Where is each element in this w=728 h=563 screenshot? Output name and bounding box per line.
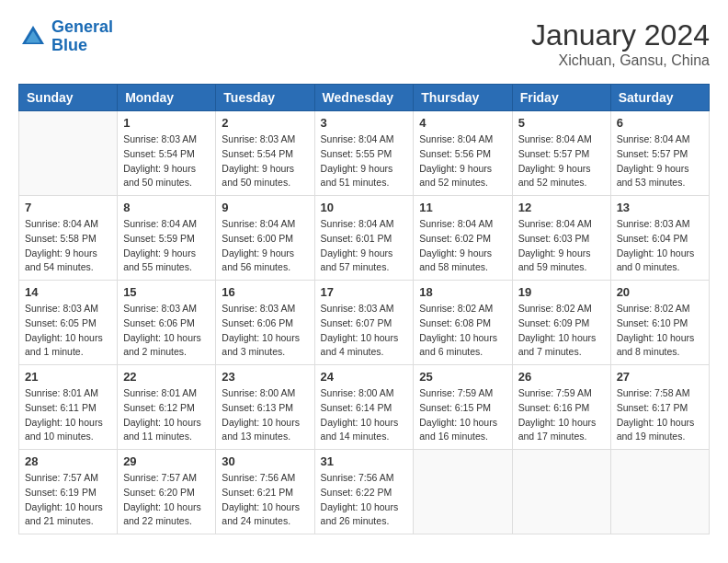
table-row: 27Sunrise: 7:58 AMSunset: 6:17 PMDayligh…	[610, 365, 709, 450]
table-row: 11Sunrise: 8:04 AMSunset: 6:02 PMDayligh…	[414, 196, 512, 281]
table-row: 28Sunrise: 7:57 AMSunset: 6:19 PMDayligh…	[19, 450, 118, 534]
day-info: Sunrise: 8:02 AMSunset: 6:08 PMDaylight:…	[419, 302, 506, 360]
table-row: 12Sunrise: 8:04 AMSunset: 6:03 PMDayligh…	[512, 196, 610, 281]
day-number: 25	[419, 370, 506, 384]
day-number: 31	[321, 454, 408, 468]
day-info: Sunrise: 7:57 AMSunset: 6:20 PMDaylight:…	[123, 471, 210, 529]
day-number: 8	[123, 201, 210, 214]
logo-icon	[18, 22, 48, 52]
day-info: Sunrise: 8:03 AMSunset: 5:54 PMDaylight:…	[222, 132, 308, 190]
day-info: Sunrise: 8:04 AMSunset: 5:57 PMDaylight:…	[617, 132, 703, 190]
day-number: 24	[321, 370, 408, 384]
day-info: Sunrise: 8:04 AMSunset: 5:59 PMDaylight:…	[123, 217, 210, 275]
table-row: 24Sunrise: 8:00 AMSunset: 6:14 PMDayligh…	[314, 365, 414, 450]
table-row: 15Sunrise: 8:03 AMSunset: 6:06 PMDayligh…	[118, 281, 216, 365]
day-number: 23	[222, 370, 308, 384]
table-row	[414, 450, 512, 534]
table-row	[610, 450, 709, 534]
day-info: Sunrise: 8:02 AMSunset: 6:10 PMDaylight:…	[617, 302, 703, 360]
table-row: 4Sunrise: 8:04 AMSunset: 5:56 PMDaylight…	[414, 111, 512, 196]
weekday-header-row: Sunday Monday Tuesday Wednesday Thursday…	[19, 85, 710, 111]
day-info: Sunrise: 8:00 AMSunset: 6:14 PMDaylight:…	[321, 386, 408, 444]
day-number: 20	[617, 285, 703, 299]
table-row: 10Sunrise: 8:04 AMSunset: 6:01 PMDayligh…	[314, 196, 414, 281]
day-number: 14	[25, 285, 111, 299]
day-number: 10	[321, 201, 408, 214]
table-row	[19, 111, 118, 196]
calendar-week-row: 28Sunrise: 7:57 AMSunset: 6:19 PMDayligh…	[19, 450, 710, 534]
day-number: 21	[25, 370, 111, 384]
day-number: 19	[518, 285, 605, 299]
table-row: 26Sunrise: 7:59 AMSunset: 6:16 PMDayligh…	[512, 365, 610, 450]
day-info: Sunrise: 8:03 AMSunset: 6:04 PMDaylight:…	[617, 217, 703, 275]
day-number: 3	[321, 116, 408, 130]
logo-blue: Blue	[51, 36, 87, 54]
day-number: 6	[617, 116, 703, 130]
table-row: 31Sunrise: 7:56 AMSunset: 6:22 PMDayligh…	[314, 450, 414, 534]
day-info: Sunrise: 7:56 AMSunset: 6:22 PMDaylight:…	[321, 471, 408, 529]
table-row: 29Sunrise: 7:57 AMSunset: 6:20 PMDayligh…	[118, 450, 216, 534]
day-info: Sunrise: 8:01 AMSunset: 6:12 PMDaylight:…	[123, 386, 210, 444]
day-number: 22	[123, 370, 210, 384]
day-info: Sunrise: 7:59 AMSunset: 6:15 PMDaylight:…	[419, 386, 506, 444]
day-number: 12	[518, 201, 605, 214]
day-number: 9	[222, 201, 308, 214]
table-row: 9Sunrise: 8:04 AMSunset: 6:00 PMDaylight…	[216, 196, 314, 281]
table-row: 17Sunrise: 8:03 AMSunset: 6:07 PMDayligh…	[314, 281, 414, 365]
day-number: 17	[321, 285, 408, 299]
calendar-title: January 2024	[531, 18, 710, 52]
day-number: 13	[617, 201, 703, 214]
day-info: Sunrise: 8:04 AMSunset: 5:56 PMDaylight:…	[419, 132, 506, 190]
header-tuesday: Tuesday	[216, 85, 314, 111]
day-info: Sunrise: 8:01 AMSunset: 6:11 PMDaylight:…	[25, 386, 111, 444]
title-block: January 2024 Xichuan, Gansu, China	[531, 18, 710, 69]
table-row: 8Sunrise: 8:04 AMSunset: 5:59 PMDaylight…	[118, 196, 216, 281]
calendar-week-row: 7Sunrise: 8:04 AMSunset: 5:58 PMDaylight…	[19, 196, 710, 281]
day-number: 15	[123, 285, 210, 299]
day-number: 2	[222, 116, 308, 130]
calendar-week-row: 14Sunrise: 8:03 AMSunset: 6:05 PMDayligh…	[19, 281, 710, 365]
day-number: 27	[617, 370, 703, 384]
day-number: 4	[419, 116, 506, 130]
day-info: Sunrise: 7:58 AMSunset: 6:17 PMDaylight:…	[617, 386, 703, 444]
table-row: 14Sunrise: 8:03 AMSunset: 6:05 PMDayligh…	[19, 281, 118, 365]
day-info: Sunrise: 8:04 AMSunset: 6:01 PMDaylight:…	[321, 217, 408, 275]
header-thursday: Thursday	[414, 85, 512, 111]
table-row: 19Sunrise: 8:02 AMSunset: 6:09 PMDayligh…	[512, 281, 610, 365]
day-number: 16	[222, 285, 308, 299]
day-info: Sunrise: 8:03 AMSunset: 5:54 PMDaylight:…	[123, 132, 210, 190]
day-number: 29	[123, 454, 210, 468]
day-number: 7	[25, 201, 111, 214]
header-friday: Friday	[512, 85, 610, 111]
table-row: 13Sunrise: 8:03 AMSunset: 6:04 PMDayligh…	[610, 196, 709, 281]
table-row: 21Sunrise: 8:01 AMSunset: 6:11 PMDayligh…	[19, 365, 118, 450]
day-info: Sunrise: 7:59 AMSunset: 6:16 PMDaylight:…	[518, 386, 605, 444]
page-header: General Blue January 2024 Xichuan, Gansu…	[18, 18, 710, 69]
day-info: Sunrise: 8:03 AMSunset: 6:06 PMDaylight:…	[222, 302, 308, 360]
table-row: 7Sunrise: 8:04 AMSunset: 5:58 PMDaylight…	[19, 196, 118, 281]
day-number: 28	[25, 454, 111, 468]
day-info: Sunrise: 8:00 AMSunset: 6:13 PMDaylight:…	[222, 386, 308, 444]
table-row: 3Sunrise: 8:04 AMSunset: 5:55 PMDaylight…	[314, 111, 414, 196]
day-info: Sunrise: 8:04 AMSunset: 6:00 PMDaylight:…	[222, 217, 308, 275]
header-saturday: Saturday	[610, 85, 709, 111]
table-row: 5Sunrise: 8:04 AMSunset: 5:57 PMDaylight…	[512, 111, 610, 196]
day-info: Sunrise: 7:57 AMSunset: 6:19 PMDaylight:…	[25, 471, 111, 529]
table-row: 6Sunrise: 8:04 AMSunset: 5:57 PMDaylight…	[610, 111, 709, 196]
day-info: Sunrise: 8:03 AMSunset: 6:05 PMDaylight:…	[25, 302, 111, 360]
table-row: 20Sunrise: 8:02 AMSunset: 6:10 PMDayligh…	[610, 281, 709, 365]
calendar-table: Sunday Monday Tuesday Wednesday Thursday…	[18, 84, 710, 534]
logo-general: General	[51, 17, 113, 36]
day-number: 18	[419, 285, 506, 299]
day-number: 30	[222, 454, 308, 468]
logo: General Blue	[18, 18, 113, 55]
day-info: Sunrise: 7:56 AMSunset: 6:21 PMDaylight:…	[222, 471, 308, 529]
day-number: 11	[419, 201, 506, 214]
day-number: 1	[123, 116, 210, 130]
day-info: Sunrise: 8:04 AMSunset: 6:03 PMDaylight:…	[518, 217, 605, 275]
calendar-week-row: 1Sunrise: 8:03 AMSunset: 5:54 PMDaylight…	[19, 111, 710, 196]
day-info: Sunrise: 8:04 AMSunset: 5:58 PMDaylight:…	[25, 217, 111, 275]
day-info: Sunrise: 8:04 AMSunset: 6:02 PMDaylight:…	[419, 217, 506, 275]
table-row: 2Sunrise: 8:03 AMSunset: 5:54 PMDaylight…	[216, 111, 314, 196]
table-row: 18Sunrise: 8:02 AMSunset: 6:08 PMDayligh…	[414, 281, 512, 365]
